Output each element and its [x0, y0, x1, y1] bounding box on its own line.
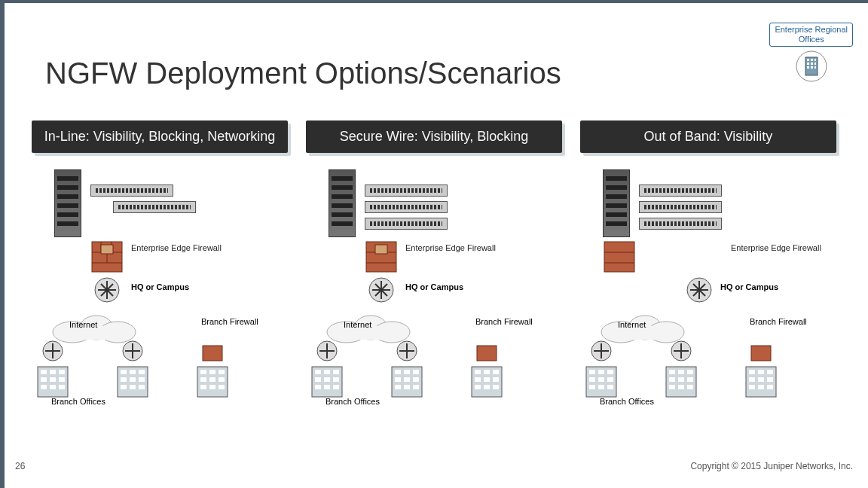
- branch-offices-label: Branch Offices: [326, 397, 380, 407]
- svg-rect-83: [413, 377, 419, 382]
- svg-rect-42: [121, 385, 127, 389]
- office-building-icon: [580, 362, 622, 401]
- branch-building: [32, 340, 74, 401]
- svg-rect-113: [607, 377, 613, 382]
- switch-icon: [639, 218, 722, 230]
- columns-container: In-Line: Visibility, Blocking, Networkin…: [0, 120, 868, 425]
- svg-rect-133: [749, 377, 755, 382]
- svg-rect-17: [101, 245, 113, 254]
- svg-rect-91: [493, 370, 499, 374]
- branch-building: [306, 340, 348, 401]
- badge-line1: Enterprise Regional: [775, 25, 848, 34]
- svg-rect-122: [669, 377, 675, 382]
- column-header-inline: In-Line: Visibility, Blocking, Networkin…: [32, 120, 288, 153]
- svg-rect-68: [324, 370, 330, 374]
- branch-firewall-label: Branch Firewall: [201, 317, 258, 327]
- office-building-icon: [466, 362, 508, 401]
- switch-stack: [365, 185, 448, 230]
- enterprise-edge-firewall-label: Enterprise Edge Firewall: [131, 243, 222, 253]
- office-building-icon: [112, 362, 154, 401]
- svg-rect-48: [209, 370, 215, 374]
- firewall-icon: [603, 240, 636, 273]
- svg-rect-6: [811, 63, 813, 65]
- svg-rect-44: [139, 385, 145, 389]
- office-building-icon: [740, 362, 782, 401]
- switch-icon: [365, 218, 448, 230]
- branch-building: [466, 344, 508, 401]
- svg-rect-8: [807, 66, 809, 69]
- svg-rect-29: [50, 377, 56, 382]
- enterprise-edge-firewall-label: Enterprise Edge Firewall: [405, 243, 496, 253]
- svg-rect-97: [493, 385, 499, 389]
- svg-rect-25: [41, 370, 47, 374]
- slide-title: NGFW Deployment Options/Scenarios: [45, 56, 561, 90]
- svg-rect-52: [219, 377, 225, 382]
- column-secure-wire: Secure Wire: Visibility, Blocking Enterp…: [306, 120, 562, 425]
- branch-building: [191, 344, 234, 401]
- branch-building: [112, 340, 154, 401]
- svg-rect-49: [219, 370, 225, 374]
- top-accent-bar: [0, 0, 868, 3]
- svg-rect-38: [139, 370, 145, 374]
- svg-rect-137: [758, 385, 764, 389]
- svg-rect-94: [493, 377, 499, 382]
- branch-offices-label: Branch Offices: [600, 397, 654, 407]
- switch-icon: [639, 201, 722, 213]
- branch-buildings: [306, 340, 508, 401]
- router-icon: [686, 276, 713, 303]
- office-building-icon: [795, 50, 828, 83]
- svg-rect-67: [315, 370, 321, 374]
- switch-stack: [639, 185, 722, 230]
- router-icon: [396, 340, 418, 362]
- svg-rect-31: [41, 385, 47, 389]
- svg-rect-121: [687, 370, 693, 374]
- router-icon: [670, 340, 692, 362]
- svg-rect-70: [315, 377, 321, 382]
- svg-rect-85: [404, 385, 410, 389]
- svg-rect-75: [333, 385, 339, 389]
- svg-rect-73: [315, 385, 321, 389]
- svg-rect-55: [219, 385, 225, 389]
- svg-rect-114: [589, 385, 595, 389]
- svg-rect-131: [758, 370, 764, 374]
- router-icon: [316, 340, 338, 362]
- office-building-icon: [306, 362, 348, 401]
- svg-rect-53: [200, 385, 206, 389]
- firewall-icon: [201, 344, 224, 362]
- svg-rect-84: [395, 385, 401, 389]
- svg-rect-78: [395, 370, 401, 374]
- page-number: 26: [15, 461, 25, 471]
- svg-rect-90: [484, 370, 490, 374]
- svg-rect-108: [589, 370, 595, 374]
- router-icon: [121, 340, 144, 362]
- hq-or-campus-label: HQ or Campus: [405, 282, 463, 291]
- svg-rect-40: [130, 377, 136, 382]
- column-header-secure-wire: Secure Wire: Visibility, Blocking: [306, 120, 562, 153]
- svg-rect-109: [598, 370, 604, 374]
- router-icon: [41, 340, 64, 362]
- badge-line2: Offices: [799, 35, 824, 44]
- office-building-icon: [386, 362, 428, 401]
- svg-rect-59: [375, 245, 387, 254]
- hq-or-campus-label: HQ or Campus: [131, 282, 189, 291]
- branch-firewall-label: Branch Firewall: [750, 317, 807, 327]
- svg-rect-119: [669, 370, 675, 374]
- svg-rect-4: [815, 59, 816, 61]
- svg-rect-95: [475, 385, 481, 389]
- svg-rect-71: [324, 377, 330, 382]
- diagram-out-of-band: Enterprise Edge Firewall HQ or Campus In…: [580, 169, 836, 425]
- firewall-icon: [475, 344, 498, 362]
- svg-rect-50: [200, 377, 206, 382]
- column-inline: In-Line: Visibility, Blocking, Networkin…: [32, 120, 288, 425]
- branch-firewall-label: Branch Firewall: [475, 317, 533, 327]
- enterprise-edge-firewall-label: Enterprise Edge Firewall: [731, 243, 821, 253]
- office-building-icon: [660, 362, 702, 401]
- svg-rect-79: [404, 370, 410, 374]
- svg-rect-3: [811, 59, 813, 61]
- svg-rect-127: [687, 385, 693, 389]
- switch-icon: [113, 201, 196, 213]
- switch-stack: [90, 185, 196, 213]
- svg-rect-10: [815, 66, 816, 69]
- internet-label: Internet: [69, 320, 97, 329]
- svg-rect-9: [811, 66, 813, 69]
